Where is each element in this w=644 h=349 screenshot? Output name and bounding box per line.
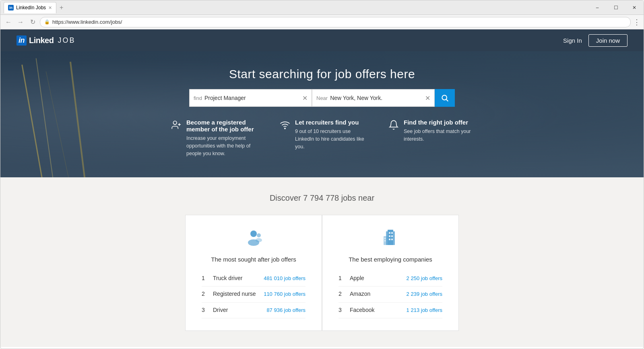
search-button[interactable] bbox=[435, 89, 455, 107]
job-count-2[interactable]: 110 760 job offers bbox=[264, 291, 305, 298]
job-name-3: Driver bbox=[213, 307, 263, 313]
top-companies-title: The best employing companies bbox=[339, 256, 442, 263]
svg-rect-15 bbox=[391, 239, 393, 240]
feature-1-desc: Increase your employment opportunities w… bbox=[186, 135, 256, 157]
feature-1-text: Become a registered member of the job of… bbox=[186, 119, 256, 157]
feature-2-icon bbox=[280, 120, 290, 133]
job-num-1: 1 bbox=[202, 275, 210, 281]
minimize-button[interactable]: – bbox=[588, 0, 607, 15]
feature-2: Let recruiters find you 9 out of 10 recr… bbox=[280, 119, 364, 157]
page-content: in Linked JOB Sign In Join now Start sea… bbox=[0, 29, 644, 349]
svg-point-6 bbox=[257, 233, 261, 237]
top-jobs-card: The most sought after job offers 1 Truck… bbox=[185, 215, 322, 331]
hero-title: Start searching for job offers here bbox=[229, 67, 415, 81]
svg-rect-10 bbox=[389, 232, 390, 234]
address-bar[interactable]: 🔒 https://www.linkedin.com/jobs/ bbox=[40, 17, 631, 27]
find-label: find bbox=[194, 95, 202, 101]
browser-tab[interactable]: in LinkedIn Jobs ✕ bbox=[4, 2, 56, 13]
hero-features: Become a registered member of the job of… bbox=[171, 119, 473, 157]
company-item-3: 3 Facebook 1 213 job offers bbox=[339, 303, 442, 318]
lock-icon: 🔒 bbox=[44, 19, 50, 25]
feature-2-title: Let recruiters find you bbox=[295, 119, 364, 126]
feature-3-desc: See job offers that match your interests… bbox=[404, 128, 473, 143]
feature-3-title: Find the right job offer bbox=[404, 119, 473, 126]
company-name-1: Apple bbox=[350, 275, 403, 281]
svg-rect-18 bbox=[384, 240, 386, 241]
job-count-1[interactable]: 481 010 job offers bbox=[264, 275, 305, 282]
feature-1-title: Become a registered member of the job of… bbox=[186, 119, 256, 133]
svg-rect-14 bbox=[389, 239, 390, 240]
feature-3-icon bbox=[388, 120, 399, 133]
feature-2-desc: 9 out of 10 recruiters use LinkedIn to h… bbox=[295, 128, 364, 150]
svg-rect-17 bbox=[384, 238, 386, 239]
feature-1: Become a registered member of the job of… bbox=[171, 119, 256, 157]
nav-actions: Sign In Join now bbox=[563, 34, 627, 47]
logo-linked: Linked bbox=[29, 36, 54, 45]
feature-2-text: Let recruiters find you 9 out of 10 recr… bbox=[295, 119, 364, 150]
feature-1-icon bbox=[171, 120, 182, 133]
svg-line-1 bbox=[446, 100, 448, 102]
top-jobs-list: 1 Truck driver 481 010 job offers 2 Regi… bbox=[202, 271, 305, 318]
top-companies-list: 1 Apple 2 250 job offers 2 Amazon 2 239 … bbox=[339, 271, 442, 318]
back-button[interactable]: ← bbox=[4, 17, 13, 27]
browser-controls: ← → ↻ 🔒 https://www.linkedin.com/jobs/ ⋮ bbox=[0, 15, 644, 29]
svg-rect-9 bbox=[388, 230, 393, 245]
linkedin-logo: in Linked JOB bbox=[17, 35, 75, 46]
svg-point-7 bbox=[256, 238, 262, 242]
job-count-3[interactable]: 87 936 job offers bbox=[266, 307, 305, 314]
svg-rect-12 bbox=[389, 235, 390, 237]
logo-job: JOB bbox=[58, 36, 75, 45]
top-companies-icon bbox=[339, 227, 442, 251]
company-name-3: Facebook bbox=[350, 307, 403, 313]
svg-point-0 bbox=[442, 95, 447, 100]
near-label: Near bbox=[316, 95, 328, 101]
joinnow-button[interactable]: Join now bbox=[588, 34, 627, 47]
svg-rect-13 bbox=[391, 235, 393, 237]
url-text: https://www.linkedin.com/jobs/ bbox=[52, 19, 122, 25]
cards-row: The most sought after job offers 1 Truck… bbox=[185, 215, 459, 331]
search-near-container: Near ✕ bbox=[312, 89, 435, 107]
job-num-3: 3 bbox=[202, 307, 210, 313]
near-input[interactable] bbox=[330, 95, 423, 101]
company-count-2[interactable]: 2 239 job offers bbox=[407, 291, 442, 298]
discover-title: Discover 7 794 778 jobs near bbox=[8, 193, 636, 203]
search-find-container: find ✕ bbox=[189, 89, 312, 107]
job-num-2: 2 bbox=[202, 291, 210, 297]
tab-favicon: in bbox=[8, 5, 14, 10]
svg-point-3 bbox=[285, 128, 285, 129]
logo-in: in bbox=[17, 35, 27, 46]
find-clear-button[interactable]: ✕ bbox=[302, 94, 308, 102]
find-input[interactable] bbox=[204, 95, 300, 101]
hero-content: Start searching for job offers here find… bbox=[161, 67, 483, 157]
close-button[interactable]: ✕ bbox=[625, 0, 644, 15]
hero-section: Start searching for job offers here find… bbox=[0, 51, 644, 177]
new-tab-button[interactable]: + bbox=[58, 4, 65, 11]
company-num-1: 1 bbox=[339, 275, 347, 281]
company-count-1[interactable]: 2 250 job offers bbox=[407, 275, 442, 282]
tab-close-button[interactable]: ✕ bbox=[48, 5, 52, 10]
job-item-3: 3 Driver 87 936 job offers bbox=[202, 303, 305, 318]
linkedin-navbar: in Linked JOB Sign In Join now bbox=[0, 29, 644, 51]
signin-button[interactable]: Sign In bbox=[563, 37, 582, 44]
svg-point-4 bbox=[250, 231, 257, 237]
maximize-button[interactable]: ☐ bbox=[607, 0, 625, 15]
top-jobs-icon bbox=[202, 227, 305, 251]
top-jobs-title: The most sought after job offers bbox=[202, 256, 305, 263]
forward-button[interactable]: → bbox=[16, 17, 25, 27]
svg-rect-11 bbox=[391, 232, 393, 234]
company-item-1: 1 Apple 2 250 job offers bbox=[339, 271, 442, 287]
feature-3: Find the right job offer See job offers … bbox=[388, 119, 473, 157]
svg-point-2 bbox=[173, 121, 177, 125]
company-item-2: 2 Amazon 2 239 job offers bbox=[339, 287, 442, 302]
near-clear-button[interactable]: ✕ bbox=[425, 94, 430, 102]
company-num-2: 2 bbox=[339, 291, 347, 297]
company-name-2: Amazon bbox=[350, 291, 403, 297]
main-content: Discover 7 794 778 jobs near The most so… bbox=[0, 177, 644, 347]
reload-button[interactable]: ↻ bbox=[28, 17, 37, 27]
tab-title: LinkedIn Jobs bbox=[16, 5, 46, 10]
company-count-3[interactable]: 1 213 job offers bbox=[407, 307, 442, 314]
browser-menu-button[interactable]: ⋮ bbox=[633, 18, 640, 27]
job-name-2: Registered nurse bbox=[213, 291, 260, 297]
job-item-2: 2 Registered nurse 110 760 job offers bbox=[202, 287, 305, 302]
top-companies-card: The best employing companies 1 Apple 2 2… bbox=[322, 215, 459, 331]
